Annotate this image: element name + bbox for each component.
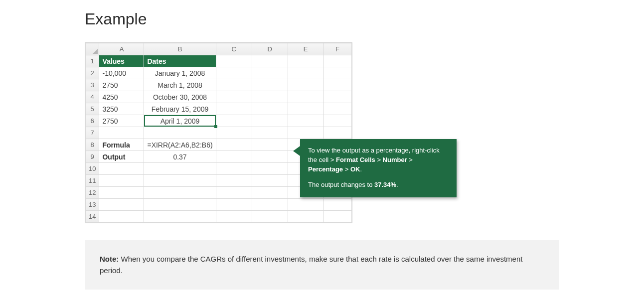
row-header-1[interactable]: 1: [86, 55, 99, 67]
cell-E2[interactable]: [288, 67, 323, 79]
cell-B1[interactable]: Dates: [144, 55, 216, 67]
cell-C4[interactable]: [216, 91, 252, 103]
cell-A11[interactable]: [99, 175, 144, 187]
cell-C1[interactable]: [216, 55, 252, 67]
cell-A10[interactable]: [99, 163, 144, 175]
cell-C14[interactable]: [216, 211, 252, 223]
cell-B12[interactable]: [144, 187, 216, 199]
cell-D6[interactable]: [252, 115, 288, 127]
cell-A4[interactable]: 4250: [99, 91, 144, 103]
cell-D12[interactable]: [252, 187, 288, 199]
cell-B8[interactable]: =XIRR(A2:A6,B2:B6): [144, 139, 216, 151]
cell-D2[interactable]: [252, 67, 288, 79]
row-header-8[interactable]: 8: [86, 139, 99, 151]
cell-C13[interactable]: [216, 199, 252, 211]
cell-E13[interactable]: [288, 199, 323, 211]
cell-F5[interactable]: [323, 103, 351, 115]
cell-B6[interactable]: April 1, 2009: [144, 115, 216, 127]
cell-B4[interactable]: October 30, 2008: [144, 91, 216, 103]
cell-E7[interactable]: [288, 127, 323, 139]
cell-A8[interactable]: Formula: [99, 139, 144, 151]
cell-C8[interactable]: [216, 139, 252, 151]
cell-F13[interactable]: [323, 199, 351, 211]
cell-D8[interactable]: [252, 139, 288, 151]
cell-B2[interactable]: January 1, 2008: [144, 67, 216, 79]
select-all-triangle-icon: [93, 49, 98, 54]
cell-C12[interactable]: [216, 187, 252, 199]
cell-A6[interactable]: 2750: [99, 115, 144, 127]
callout-bold: Percentage: [308, 165, 343, 173]
row-header-10[interactable]: 10: [86, 163, 99, 175]
col-header-E[interactable]: E: [288, 43, 323, 55]
cell-E4[interactable]: [288, 91, 323, 103]
cell-E1[interactable]: [288, 55, 323, 67]
cell-C7[interactable]: [216, 127, 252, 139]
cell-B13[interactable]: [144, 199, 216, 211]
cell-B5[interactable]: February 15, 2009: [144, 103, 216, 115]
cell-B10[interactable]: [144, 163, 216, 175]
cell-F7[interactable]: [323, 127, 351, 139]
cell-D11[interactable]: [252, 175, 288, 187]
cell-F14[interactable]: [323, 211, 351, 223]
cell-C10[interactable]: [216, 163, 252, 175]
row-header-11[interactable]: 11: [86, 175, 99, 187]
cell-A2[interactable]: -10,000: [99, 67, 144, 79]
cell-D9[interactable]: [252, 151, 288, 163]
cell-F3[interactable]: [323, 79, 351, 91]
row-header-7[interactable]: 7: [86, 127, 99, 139]
row-header-2[interactable]: 2: [86, 67, 99, 79]
cell-C9[interactable]: [216, 151, 252, 163]
cell-C6[interactable]: [216, 115, 252, 127]
col-header-B[interactable]: B: [144, 43, 216, 55]
cell-C5[interactable]: [216, 103, 252, 115]
cell-D3[interactable]: [252, 79, 288, 91]
cell-D7[interactable]: [252, 127, 288, 139]
cell-A1[interactable]: Values: [99, 55, 144, 67]
cell-F2[interactable]: [323, 67, 351, 79]
cell-B7[interactable]: [144, 127, 216, 139]
section-heading: Example: [85, 10, 559, 28]
cell-D5[interactable]: [252, 103, 288, 115]
col-header-A[interactable]: A: [99, 43, 144, 55]
cell-E3[interactable]: [288, 79, 323, 91]
row-header-14[interactable]: 14: [86, 211, 99, 223]
cell-A5[interactable]: 3250: [99, 103, 144, 115]
col-header-D[interactable]: D: [252, 43, 288, 55]
cell-D10[interactable]: [252, 163, 288, 175]
row-header-9[interactable]: 9: [86, 151, 99, 163]
row-header-13[interactable]: 13: [86, 199, 99, 211]
row-header-5[interactable]: 5: [86, 103, 99, 115]
cell-A14[interactable]: [99, 211, 144, 223]
cell-B14[interactable]: [144, 211, 216, 223]
cell-E5[interactable]: [288, 103, 323, 115]
cell-B9[interactable]: 0.37: [144, 151, 216, 163]
cell-D13[interactable]: [252, 199, 288, 211]
cell-F6[interactable]: [323, 115, 351, 127]
cell-B11[interactable]: [144, 175, 216, 187]
cell-C2[interactable]: [216, 67, 252, 79]
cell-B3[interactable]: March 1, 2008: [144, 79, 216, 91]
cell-E6[interactable]: [288, 115, 323, 127]
row-header-6[interactable]: 6: [86, 115, 99, 127]
cell-F1[interactable]: [323, 55, 351, 67]
row-header-12[interactable]: 12: [86, 187, 99, 199]
cell-D1[interactable]: [252, 55, 288, 67]
cell-C3[interactable]: [216, 79, 252, 91]
cell-C11[interactable]: [216, 175, 252, 187]
row-header-4[interactable]: 4: [86, 91, 99, 103]
cell-D4[interactable]: [252, 91, 288, 103]
col-header-C[interactable]: C: [216, 43, 252, 55]
cell-D14[interactable]: [252, 211, 288, 223]
row-header-3[interactable]: 3: [86, 79, 99, 91]
cell-A12[interactable]: [99, 187, 144, 199]
cell-E14[interactable]: [288, 211, 323, 223]
callout-text: .: [396, 181, 398, 188]
select-all-corner[interactable]: [86, 43, 99, 55]
cell-F4[interactable]: [323, 91, 351, 103]
cell-A13[interactable]: [99, 199, 144, 211]
col-header-F[interactable]: F: [323, 43, 351, 55]
cell-A7[interactable]: [99, 127, 144, 139]
callout-bold: OK: [350, 165, 360, 173]
cell-A9[interactable]: Output: [99, 151, 144, 163]
cell-A3[interactable]: 2750: [99, 79, 144, 91]
